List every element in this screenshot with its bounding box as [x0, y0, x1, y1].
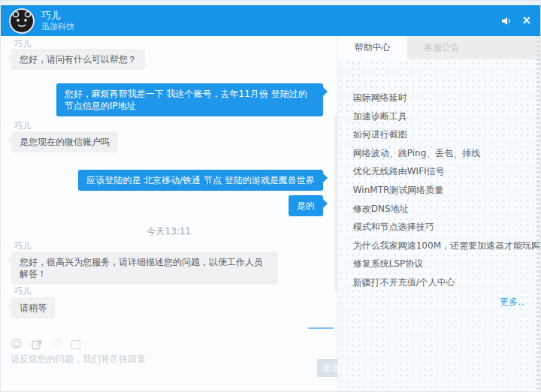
help-panel: 帮助中心 客服公告 国际网络延时 加速诊断工具 如何进行截图 网络波动、跳Pin… — [337, 36, 540, 392]
agent-message: 请稍等 — [11, 297, 55, 318]
help-link[interactable]: 如何进行截图 — [353, 125, 540, 144]
company-name: 迅游科技 — [41, 22, 74, 32]
agent-message: 是您现在的微信账户吗 — [11, 131, 118, 152]
panel-tabbar: 帮助中心 客服公告 — [338, 36, 540, 59]
help-link[interactable]: 网络波动、跳Ping、丢包、掉线 — [353, 144, 540, 163]
sender-label: 巧儿 — [14, 240, 31, 252]
help-link[interactable]: 模式和节点选择技巧 — [353, 218, 540, 237]
help-link-list: 国际网络延时 加速诊断工具 如何进行截图 网络波动、跳Ping、丢包、掉线 优化… — [338, 59, 540, 292]
help-link[interactable]: 修改DNS地址 — [353, 200, 540, 219]
scroll-indicator[interactable] — [308, 327, 334, 329]
main-area: 巧儿 您好，请问有什么可以帮您？ 您好，麻烦再帮我差一下 我这个账号，去年11月… — [1, 36, 540, 392]
panel-scrollbar[interactable] — [536, 36, 539, 392]
sender-label: 巧儿 — [14, 38, 31, 50]
help-link[interactable]: WinMTR测试网络质量 — [353, 181, 540, 200]
file-transfer-icon[interactable] — [32, 339, 44, 350]
help-link[interactable]: 加速诊断工具 — [353, 107, 540, 126]
chat-area: 巧儿 您好，请问有什么可以帮您？ 您好，麻烦再帮我差一下 我这个账号，去年11月… — [1, 36, 337, 392]
help-link[interactable]: 新疆打不开充值/个人中心 — [353, 273, 540, 292]
favorite-icon[interactable]: ♡ — [53, 339, 62, 350]
avatar — [9, 8, 35, 34]
chat-window: 巧儿 迅游科技 × 巧儿 您好，请问有什么可以帮您？ 您好，麻烦再帮我差一下 我… — [0, 0, 541, 392]
tab-help-center[interactable]: 帮助中心 — [338, 36, 407, 59]
user-message: 应该登陆的是 北京移动/铁通 节点 登陆的游戏是魔兽世界 — [78, 170, 323, 191]
more-link[interactable]: 更多.. — [338, 292, 540, 309]
message-input[interactable] — [11, 353, 304, 384]
agent-name: 巧儿 — [41, 10, 74, 22]
screenshot-icon[interactable] — [71, 340, 80, 349]
tab-service-notice[interactable]: 客服公告 — [407, 36, 476, 59]
composer-toolbar: ☺ ♡ — [11, 339, 80, 350]
close-icon[interactable]: × — [521, 15, 531, 26]
sender-label: 巧儿 — [14, 120, 31, 131]
sender-label: 巧儿 — [14, 285, 31, 297]
window-controls: × — [501, 5, 531, 36]
help-link[interactable]: 修复系统LSP协议 — [353, 255, 540, 273]
timestamp: 今天13:11 — [1, 225, 337, 238]
titlebar: 巧儿 迅游科技 × — [1, 5, 540, 36]
user-message: 您好，麻烦再帮我差一下 我这个账号，去年11月份 登陆过的节点信息的IP地址 — [56, 83, 323, 116]
help-link[interactable]: 为什么我家网速100M，还需要加速器才能玩网 — [353, 237, 540, 255]
emoji-icon[interactable]: ☺ — [11, 339, 23, 350]
help-link[interactable]: 国际网络延时 — [353, 89, 540, 107]
help-link[interactable]: 优化无线路由WIFI信号 — [353, 162, 540, 181]
tabbar-filler — [476, 36, 540, 59]
volume-icon[interactable] — [501, 17, 512, 26]
agent-message: 您好，请问有什么可以帮您？ — [11, 49, 145, 70]
agent-message: 您好，很高兴为您服务，请详细描述您的问题，以便工作人员解答！ — [11, 252, 278, 285]
agent-identity: 巧儿 迅游科技 — [41, 10, 74, 32]
user-message: 是的 — [289, 195, 323, 216]
